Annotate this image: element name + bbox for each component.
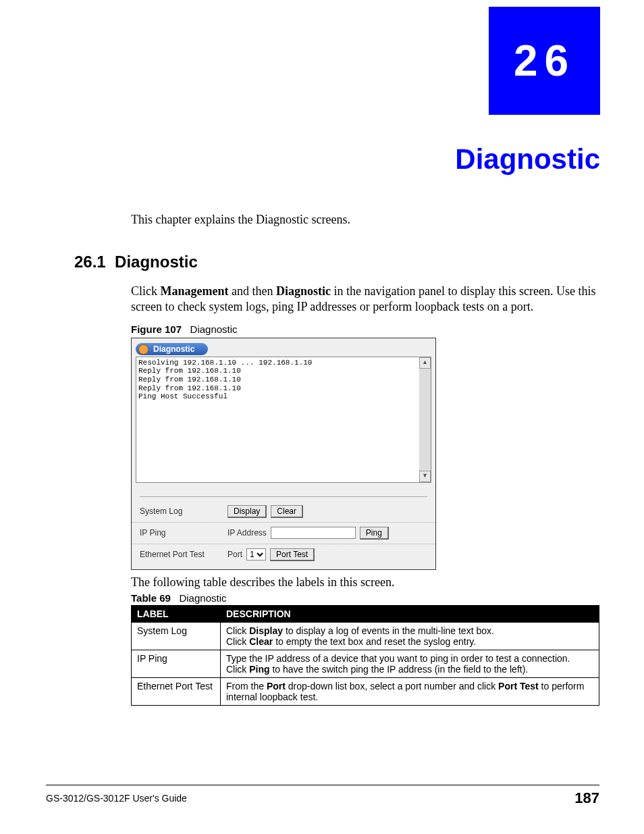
ping-button[interactable]: Ping (360, 527, 389, 540)
log-scrollbar[interactable]: ▲ ▼ (419, 357, 431, 482)
screenshot-tab: Diagnostic (136, 342, 435, 355)
table-cell-label: Ethernet Port Test (132, 677, 221, 705)
chapter-title: Diagnostic (455, 143, 600, 176)
table-cell-description: Type the IP address of a device that you… (221, 650, 599, 677)
table-cell-label: IP Ping (132, 650, 221, 677)
tab-dot-icon (138, 344, 149, 355)
chapter-intro: This chapter explains the Diagnostic scr… (131, 213, 601, 227)
after-figure-text: The following table describes the labels… (131, 575, 601, 590)
table-row: IP Ping Type the IP address of a device … (132, 650, 599, 677)
section-body: Click Management and then Diagnostic in … (131, 284, 601, 315)
ip-ping-label: IP Ping (140, 528, 227, 538)
table-row: Ethernet Port Test From the Port drop-do… (132, 677, 599, 705)
port-label: Port (227, 550, 242, 559)
table-row: System Log Click Display to display a lo… (132, 622, 599, 650)
section-title: Diagnostic (115, 253, 198, 271)
port-test-button[interactable]: Port Test (270, 548, 315, 561)
ip-address-input[interactable] (271, 527, 356, 539)
table-caption: Table 69 Diagnostic (131, 592, 601, 604)
chapter-number-box: 26 (489, 7, 600, 115)
description-table: LABEL DESCRIPTION System Log Click Displ… (131, 605, 599, 706)
diagnostic-screenshot: Diagnostic Resolving 192.168.1.10 ... 19… (131, 338, 436, 570)
footer-page-number: 187 (574, 789, 599, 807)
ethernet-port-test-row: Ethernet Port Test Port 1 Port Test (132, 544, 435, 569)
divider (140, 496, 427, 497)
log-textarea[interactable]: Resolving 192.168.1.10 ... 192.168.1.10 … (136, 357, 419, 482)
ethernet-port-test-label: Ethernet Port Test (140, 550, 227, 559)
page-footer: GS-3012/GS-3012F User's Guide 187 (46, 785, 599, 807)
table-header-description: DESCRIPTION (221, 605, 599, 622)
table-cell-label: System Log (132, 622, 221, 650)
ip-address-label: IP Address (227, 528, 267, 538)
scroll-up-icon[interactable]: ▲ (419, 357, 431, 369)
log-textarea-wrap: Resolving 192.168.1.10 ... 192.168.1.10 … (136, 357, 431, 483)
table-cell-description: Click Display to display a log of events… (221, 622, 599, 650)
table-header-label: LABEL (132, 605, 221, 622)
ip-ping-row: IP Ping IP Address Ping (132, 523, 435, 544)
chapter-number: 26 (514, 36, 575, 86)
port-select[interactable]: 1 (246, 548, 266, 561)
clear-button[interactable]: Clear (271, 505, 303, 518)
display-button[interactable]: Display (227, 505, 267, 518)
footer-guide: GS-3012/GS-3012F User's Guide (46, 793, 187, 804)
section-number: 26.1 (74, 253, 106, 271)
system-log-row: System Log Display Clear (132, 501, 435, 523)
scroll-down-icon[interactable]: ▼ (419, 471, 431, 482)
section-heading: 26.1 Diagnostic (74, 253, 601, 271)
figure-caption: Figure 107 Diagnostic (131, 323, 601, 335)
system-log-label: System Log (140, 506, 227, 516)
table-header-row: LABEL DESCRIPTION (132, 605, 599, 622)
table-cell-description: From the Port drop-down list box, select… (221, 677, 599, 705)
screenshot-tab-pill: Diagnostic (136, 343, 208, 355)
